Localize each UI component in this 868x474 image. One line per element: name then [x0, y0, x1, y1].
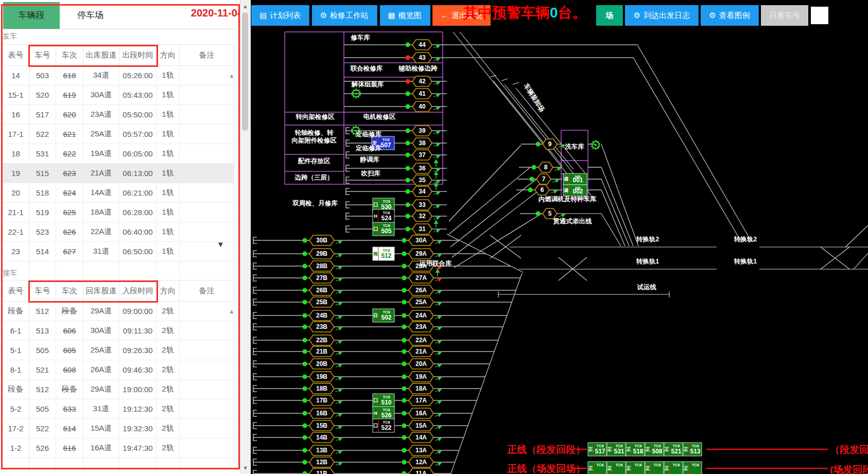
arrive-cell: 19:12:30 [119, 399, 157, 419]
depart-cell [180, 66, 234, 85]
depart-cell: 624 [56, 183, 83, 203]
arrive-row[interactable] [3, 458, 234, 474]
tab-depot[interactable]: 车辆段 [3, 2, 60, 29]
depart-row[interactable]: 2051862414A道06:21:001轨 [3, 183, 234, 203]
route-arrow-icon [552, 180, 558, 182]
arrive-row[interactable]: 段备512段备29A道19:00:002轨 [3, 380, 234, 399]
scroll-down-icon[interactable]: ▼ [242, 465, 248, 471]
depart-scroll-up-icon[interactable]: ▲ [229, 72, 235, 79]
arrive-cell: 2轨 [157, 438, 180, 458]
green-signal-dot [402, 325, 407, 329]
arrive-row[interactable]: 段备512段备29A道09:00:002轨 [3, 302, 234, 321]
depart-cell: 1轨 [157, 183, 180, 203]
gear-icon[interactable]: ⚙ [350, 86, 362, 101]
green-signal-dot [536, 142, 541, 147]
arrive-cell: 19:32:30 [119, 419, 157, 438]
route-arrow-icon [435, 241, 441, 243]
depart-row[interactable]: 1651762023A道05:50:001轨 [3, 105, 234, 125]
route-arrow-icon [433, 206, 439, 208]
green-signal-dot [303, 349, 307, 354]
arrive-row[interactable]: 5-150560525A道09:26:302轨 [3, 341, 234, 360]
route-arrow-icon [336, 341, 341, 343]
depart-cell: 517 [29, 105, 56, 125]
diagram-line [450, 179, 536, 247]
scroll-up-icon[interactable]: ▲ [242, 3, 248, 9]
plan-list-button[interactable]: ▤计划列表 [251, 5, 309, 26]
train-box-icon: 正 [683, 466, 688, 471]
view-legend-button[interactable]: ⚙查看图例 [701, 5, 758, 26]
depart-cell: 19 [3, 164, 29, 183]
depart-cell: 14 [3, 66, 29, 85]
depart-cell: 19A道 [83, 144, 119, 164]
depart-cell [180, 144, 234, 164]
arrive-header: 车次 [56, 280, 83, 302]
depart-cell: 06:05:00 [119, 144, 157, 164]
route-arrow-icon [336, 303, 341, 305]
arrive-depart-log-button[interactable]: ⚙到达出发日志 [625, 5, 698, 26]
overview-button[interactable]: ▦概览图 [380, 5, 430, 26]
depart-row[interactable]: 1853162219A道06:05:001轨 [3, 144, 234, 164]
only-carno-button[interactable]: 只看车号 [761, 5, 808, 26]
train-box-icon: 正 [664, 466, 669, 471]
depart-row[interactable]: 2351462731道06:50:001轨 [3, 242, 234, 261]
arrive-cell: 段备 [3, 380, 29, 399]
train-box-type: TC6 [691, 463, 699, 467]
depart-row[interactable]: 1951562321A道06:13:001轨 [3, 164, 234, 183]
route-arrow-icon [435, 267, 441, 269]
arrive-row[interactable]: 6-151360630A道09:11:302轨 [3, 321, 234, 341]
arrive-row[interactable]: 5-250563331道19:12:302轨 [3, 399, 234, 419]
arrive-cell: 19:00:00 [119, 380, 157, 399]
track-badge-label: 29A [415, 250, 427, 257]
route-arrow-icon [435, 255, 441, 257]
arrive-cell: 30A道 [83, 321, 119, 341]
arrive-row[interactable]: 17-252261415A道19:32:302轨 [3, 419, 234, 438]
arrive-scroll-up-icon[interactable]: ▲ [229, 308, 235, 315]
depart-row[interactable]: 22-152362622A道06:40:001轨 [3, 222, 234, 242]
depart-cell: 522 [29, 125, 56, 144]
depart-row[interactable]: 17-152262125A道05:57:001轨 [3, 125, 234, 144]
repair-workstation-button[interactable]: ⚙检修工作站 [312, 5, 377, 26]
train-box-number: 002 [572, 188, 583, 195]
track-badge-label: 19A [415, 373, 427, 380]
depart-cell: 21-1 [3, 203, 29, 222]
green-signal-dot [402, 362, 407, 366]
main-scrollbar[interactable]: ▲ ▼ [240, 0, 251, 474]
scrollbar-thumb[interactable] [242, 12, 248, 131]
depart-row[interactable]: 21-151962518A道06:28:001轨 [3, 203, 234, 222]
depart-cell: 1轨 [157, 66, 180, 85]
green-signal-dot [406, 104, 410, 109]
arrive-row[interactable]: 8-152160826A道09:46:302轨 [3, 360, 234, 380]
tab-parking[interactable]: 停车场 [62, 2, 118, 29]
route-arrow-icon [336, 291, 341, 293]
diagram-label: 静调库 [360, 156, 379, 163]
depart-row[interactable]: 1450361834道05:26:001轨 [3, 66, 234, 85]
field-button[interactable]: 场 [596, 5, 623, 26]
depart-row[interactable] [3, 261, 234, 281]
arrive-cell: 2轨 [157, 341, 180, 360]
arrive-cell: 608 [56, 360, 83, 380]
green-signal-dot [303, 300, 307, 305]
arrive-header: 回库股道 [83, 280, 119, 302]
green-signal-dot [406, 92, 410, 96]
route-arrow-icon [336, 401, 341, 403]
green-signal-dot [406, 189, 410, 194]
depart-row[interactable]: 15-152061930A道05:43:001轨 [3, 85, 234, 105]
depart-cell: 06:28:00 [119, 203, 157, 222]
train-box-icon: 囗 [373, 226, 378, 232]
depart-scroll-down-icon[interactable]: ▼ [217, 240, 224, 249]
arrive-cell: 1-2 [3, 438, 29, 458]
depart-cell: 619 [56, 85, 83, 105]
depart-cell: 1轨 [157, 85, 180, 105]
arrive-row[interactable]: 1-252661616A道19:47:302轨 [3, 438, 234, 458]
depart-cell: 06:40:00 [119, 222, 157, 242]
track-badge-label: 16A [415, 410, 427, 417]
route-arrow-icon [435, 401, 441, 403]
arrive-cell: 2轨 [157, 302, 180, 321]
diagram-label: 转换轨1 [734, 258, 757, 265]
route-arrow-icon [336, 241, 341, 243]
gear-icon[interactable]: ⚙ [589, 137, 601, 153]
toggle-square[interactable] [811, 7, 828, 24]
depart-cell: 06:21:00 [119, 183, 157, 203]
route-arrow-icon [336, 255, 341, 257]
track-badge-label: 31 [419, 225, 426, 233]
